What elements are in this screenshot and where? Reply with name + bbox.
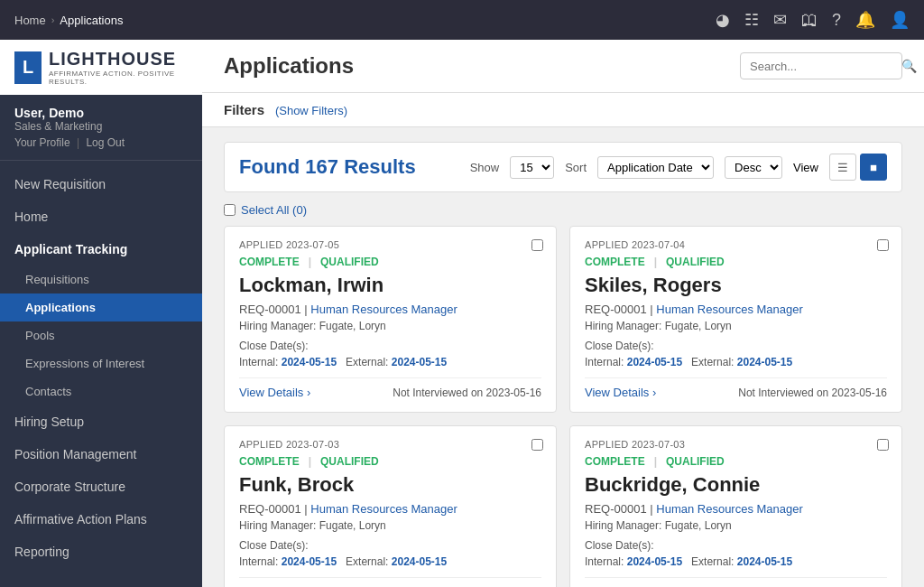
status-complete: COMPLETE [585, 455, 645, 468]
sidebar-item-home[interactable]: Home [0, 200, 202, 233]
status-qualified: QUALIFIED [320, 256, 379, 268]
logo-icon: L [14, 51, 42, 84]
content-area: Applications 🔍 Filters (Show Filters) Fo… [202, 40, 924, 587]
card-applicant-name: Lockman, Irwin [239, 274, 541, 297]
breadcrumb-chevron: › [51, 14, 55, 25]
breadcrumb-current: Applications [60, 14, 123, 27]
card-close-label: Close Date(s): [585, 539, 887, 552]
show-label: Show [470, 161, 500, 174]
list-view-button[interactable]: ☰ [829, 154, 856, 181]
your-profile-link[interactable]: Your Profile [14, 136, 70, 149]
sidebar-item-corporate-structure[interactable]: Corporate Structure [0, 471, 202, 503]
card-status: COMPLETE | QUALIFIED [239, 256, 541, 268]
brand-name: LIGHTHOUSE [49, 49, 188, 70]
user-icon[interactable]: 👤 [890, 10, 910, 30]
logo: L LIGHTHOUSE AFFIRMATIVE ACTION. POSITIV… [0, 40, 202, 95]
external-date: 2024-05-15 [737, 555, 792, 568]
card-applicant-name: Funk, Brock [239, 473, 541, 497]
sidebar-item-reporting[interactable]: Reporting [0, 536, 202, 568]
card-req-role-link[interactable]: Human Resources Manager [310, 502, 457, 516]
internal-date: 2024-05-15 [282, 555, 337, 568]
card-checkbox-0[interactable] [531, 239, 543, 251]
card-close-dates: Internal: 2024-05-15 External: 2024-05-1… [239, 555, 541, 568]
card-close-label: Close Date(s): [239, 340, 541, 352]
card-req: REQ-00001 | Human Resources Manager [239, 303, 541, 316]
show-select[interactable]: 15 25 50 [510, 156, 554, 179]
log-out-link[interactable]: Log Out [86, 136, 125, 149]
book-icon[interactable]: 🕮 [801, 11, 818, 30]
show-filters-toggle[interactable]: (Show Filters) [275, 104, 347, 117]
results-controls: Show 15 25 50 Sort Application Date Name… [470, 154, 887, 181]
sort-label: Sort [565, 161, 587, 174]
filters-label: Filters [224, 102, 264, 117]
card-checkbox-3[interactable] [877, 439, 889, 451]
internal-date: 2024-05-15 [627, 356, 682, 368]
sort-select[interactable]: Application Date Name [597, 156, 714, 179]
sort-direction-select[interactable]: Desc Asc [725, 156, 782, 179]
breadcrumb-home[interactable]: Home [14, 14, 46, 27]
status-complete: COMPLETE [585, 256, 645, 268]
sidebar-item-expressions-of-interest[interactable]: Expressions of Interest [0, 349, 202, 377]
card-footer: View Details › Not Interviewed on 2023-0… [585, 577, 887, 587]
application-card: APPLIED 2023-07-04 COMPLETE | QUALIFIED … [569, 226, 902, 413]
card-checkbox-1[interactable] [877, 239, 889, 251]
inbox-icon[interactable]: ✉ [773, 10, 787, 30]
card-req-role-link[interactable]: Human Resources Manager [310, 303, 457, 316]
pie-chart-icon[interactable]: ◕ [716, 10, 730, 30]
view-details-link[interactable]: View Details › [585, 386, 656, 399]
sidebar-item-requisitions[interactable]: Requisitions [0, 266, 202, 294]
top-nav-icons: ◕ ☷ ✉ 🕮 ? 🔔 👤 [716, 10, 910, 30]
main-layout: L LIGHTHOUSE AFFIRMATIVE ACTION. POSITIV… [0, 40, 924, 587]
sidebar: L LIGHTHOUSE AFFIRMATIVE ACTION. POSITIV… [0, 40, 202, 587]
sidebar-item-contacts[interactable]: Contacts [0, 377, 202, 405]
card-close-label: Close Date(s): [585, 340, 887, 352]
card-footer: View Details › Not Interviewed on 2023-0… [239, 377, 541, 399]
not-interviewed-label: Not Interviewed on 2023-05-16 [393, 387, 541, 399]
card-applicant-name: Skiles, Rogers [585, 274, 887, 297]
sidebar-item-applications[interactable]: Applications [0, 294, 202, 321]
user-dept: Sales & Marketing [14, 120, 188, 133]
view-details-link[interactable]: View Details › [239, 386, 310, 399]
sidebar-item-affirmative-action-plans[interactable]: Affirmative Action Plans [0, 503, 202, 536]
card-req-role-link[interactable]: Human Resources Manager [656, 502, 803, 516]
card-close-dates: Internal: 2024-05-15 External: 2024-05-1… [585, 555, 887, 568]
card-req-role-link[interactable]: Human Resources Manager [656, 303, 803, 316]
card-req: REQ-00001 | Human Resources Manager [585, 502, 887, 516]
status-qualified: QUALIFIED [666, 256, 725, 268]
sidebar-nav: New Requisition Home Applicant Tracking … [0, 161, 202, 587]
sidebar-item-applicant-tracking[interactable]: Applicant Tracking [0, 233, 202, 266]
results-summary-bar: Found 167 Results Show 15 25 50 Sort App… [224, 142, 902, 192]
card-applied-date: APPLIED 2023-07-03 [239, 439, 541, 450]
logo-text: LIGHTHOUSE AFFIRMATIVE ACTION. POSITIVE … [49, 49, 188, 86]
card-applicant-name: Buckridge, Connie [585, 473, 887, 497]
grid-icon[interactable]: ☷ [744, 10, 759, 30]
sidebar-item-new-requisition[interactable]: New Requisition [0, 168, 202, 200]
card-hiring-manager: Hiring Manager: Fugate, Loryn [239, 320, 541, 332]
user-name: User, Demo [14, 106, 188, 120]
card-req: REQ-00001 | Human Resources Manager [585, 303, 887, 316]
card-status: COMPLETE | QUALIFIED [239, 455, 541, 468]
sidebar-item-hiring-setup[interactable]: Hiring Setup [0, 405, 202, 438]
internal-date: 2024-05-15 [282, 356, 337, 368]
grid-view-button[interactable]: ■ [860, 154, 887, 181]
brand-tagline: AFFIRMATIVE ACTION. POSITIVE RESULTS. [49, 70, 188, 86]
card-checkbox-2[interactable] [531, 439, 543, 451]
sidebar-item-position-management[interactable]: Position Management [0, 438, 202, 471]
card-close-dates: Internal: 2024-05-15 External: 2024-05-1… [239, 356, 541, 368]
user-section: User, Demo Sales & Marketing Your Profil… [0, 95, 202, 161]
results-number: 167 Results [305, 155, 415, 178]
view-toggle: ☰ ■ [829, 154, 887, 181]
sidebar-item-pools[interactable]: Pools [0, 321, 202, 349]
card-footer: View Details › Not Interviewed on 2023-0… [585, 377, 887, 399]
search-input[interactable] [750, 60, 901, 73]
card-close-dates: Internal: 2024-05-15 External: 2024-05-1… [585, 356, 887, 368]
results-area: Found 167 Results Show 15 25 50 Sort App… [202, 127, 924, 587]
help-icon[interactable]: ? [832, 11, 841, 30]
bell-icon[interactable]: 🔔 [855, 10, 875, 30]
not-interviewed-label: Not Interviewed on 2023-05-16 [738, 387, 887, 399]
external-date: 2024-05-15 [737, 356, 792, 368]
select-all-checkbox[interactable] [224, 204, 236, 216]
user-links: Your Profile | Log Out [14, 136, 188, 149]
application-card: APPLIED 2023-07-03 COMPLETE | QUALIFIED … [224, 425, 557, 587]
search-icon: 🔍 [901, 59, 917, 73]
